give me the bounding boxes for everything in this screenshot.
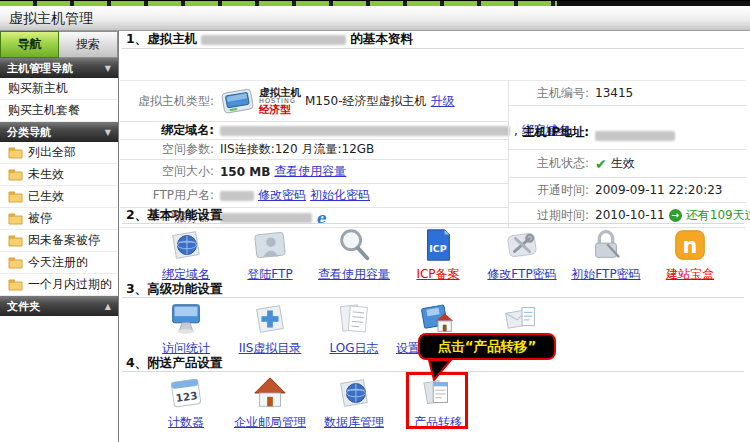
expire-time-label: 过期时间: bbox=[509, 207, 595, 224]
lock-icon bbox=[587, 226, 625, 264]
badge-line1: 虚拟主机 bbox=[259, 87, 301, 98]
tools-icon bbox=[503, 226, 541, 264]
sidebar: 导航 搜索 主机管理导航 ▼ 购买新主机 购买主机套餐 分类导航 ▼ 列出全部 … bbox=[0, 31, 119, 442]
tab-search[interactable]: 搜索 bbox=[59, 31, 118, 58]
feature-bind-domain[interactable]: 绑定域名 bbox=[144, 226, 228, 283]
feature-label[interactable]: 建站宝盒 bbox=[666, 266, 714, 283]
feature-change-ftp-password[interactable]: 修改FTP密码 bbox=[480, 226, 564, 283]
feature-database[interactable]: 数据库管理 bbox=[312, 374, 396, 431]
change-password-link[interactable]: 修改密码 bbox=[258, 187, 306, 204]
feature-label[interactable]: 查看使用容量 bbox=[318, 266, 390, 283]
host-id-value: 13415 bbox=[595, 86, 633, 100]
sidebar-item-active[interactable]: 已生效 bbox=[0, 186, 118, 208]
tab-navigation[interactable]: 导航 bbox=[0, 31, 59, 58]
section1-title: 1、虚拟主机 的基本资料 bbox=[126, 31, 413, 48]
sidebar-item-label: 列出全部 bbox=[28, 144, 76, 161]
feature-label[interactable]: 修改FTP密码 bbox=[487, 266, 556, 283]
sidebar-tabs: 导航 搜索 bbox=[0, 31, 118, 58]
main-content: 1、虚拟主机 的基本资料 虚拟主机类型: bbox=[120, 31, 750, 442]
expire-date: 2010-10-11 bbox=[595, 208, 665, 222]
row-ftp-user: FTP用户名: 修改密码 初始化密码 bbox=[120, 184, 508, 208]
upgrade-link[interactable]: 升级 bbox=[431, 93, 455, 110]
feature-enterprise-mail[interactable]: 企业邮局管理 bbox=[228, 374, 312, 431]
chevron-down-icon: ▼ bbox=[105, 64, 111, 73]
redacted-ftp-user bbox=[220, 191, 254, 201]
redacted-host-ip bbox=[595, 131, 675, 141]
sidebar-item-list-all[interactable]: 列出全部 bbox=[0, 142, 118, 164]
feature-counter[interactable]: 123 计数器 bbox=[144, 374, 228, 431]
feature-init-ftp-password[interactable]: 初始FTP密码 bbox=[564, 226, 648, 283]
init-password-link[interactable]: 初始化密码 bbox=[310, 187, 370, 204]
open-time-value: 2009-09-11 22:20:23 bbox=[595, 183, 722, 197]
hosting-monitor-icon bbox=[220, 86, 256, 116]
magnifier-icon bbox=[335, 226, 373, 264]
sidebar-item-buy-new-host[interactable]: 购买新主机 bbox=[0, 78, 118, 100]
svg-text:n: n bbox=[683, 234, 698, 258]
sidebar-item-buy-host-plan[interactable]: 购买主机套餐 bbox=[0, 100, 118, 122]
title-bar: 虚拟主机管理 bbox=[0, 6, 750, 31]
row-host-ip: 主机IP地址: bbox=[509, 106, 746, 150]
basic-feature-grid: 绑定域名 登陆FTP 查看使用容量 ICP ICP备案 bbox=[144, 226, 732, 283]
feature-sitebox[interactable]: n 建站宝盒 bbox=[648, 226, 732, 283]
group-title: 文件夹 bbox=[7, 299, 40, 314]
days-left-note: 还有109天过期 bbox=[686, 207, 750, 224]
user-card-icon bbox=[251, 226, 289, 264]
feature-label[interactable]: 登陆FTP bbox=[247, 266, 292, 283]
sidebar-item-suspended[interactable]: 被停 bbox=[0, 208, 118, 230]
callout-bubble: 点击“产品转移” bbox=[418, 333, 556, 360]
chevron-down-icon: ▼ bbox=[105, 128, 111, 137]
space-size-label: 空间大小: bbox=[120, 163, 220, 180]
redacted-domains bbox=[220, 126, 510, 136]
sidebar-item-label: 因未备案被停 bbox=[28, 232, 100, 249]
group-folders[interactable]: 文件夹 ▲ bbox=[0, 296, 118, 316]
feature-log[interactable]: LOG日志 bbox=[312, 300, 396, 357]
feature-label[interactable]: IIS虚拟目录 bbox=[239, 340, 302, 357]
folder-icon bbox=[8, 213, 23, 225]
feature-visit-stats[interactable]: 访问统计 bbox=[144, 300, 228, 357]
log-documents-icon bbox=[335, 300, 373, 338]
bind-domain-label: 绑定域名: bbox=[120, 122, 220, 139]
sidebar-item-suspended-no-icp[interactable]: 因未备案被停 bbox=[0, 230, 118, 252]
group-title: 主机管理导航 bbox=[7, 61, 73, 76]
row-space-params: 空间参数: IIS连接数:120 月流量:12GB bbox=[120, 140, 508, 160]
feature-label[interactable]: 企业邮局管理 bbox=[234, 414, 306, 431]
feature-login-ftp[interactable]: 登陆FTP bbox=[228, 226, 312, 283]
row-host-id: 主机编号: 13415 bbox=[509, 80, 746, 106]
host-info-right-table: 主机编号: 13415 主机IP地址: 主机状态: ✔ 生效 开通时间: 200… bbox=[508, 80, 746, 228]
feature-label[interactable]: 设置 bbox=[396, 340, 420, 357]
sidebar-item-registered-today[interactable]: 今天注册的 bbox=[0, 252, 118, 274]
sidebar-item-expiring-in-month[interactable]: 一个月内过期的 bbox=[0, 274, 118, 296]
folder-icon bbox=[8, 235, 23, 247]
hosting-type-badge: 虚拟主机 HOSTING 经济型 bbox=[220, 86, 301, 116]
host-status-value: 生效 bbox=[611, 155, 635, 172]
sidebar-item-inactive[interactable]: 未生效 bbox=[0, 164, 118, 186]
divider bbox=[122, 223, 744, 224]
view-usage-link[interactable]: 查看使用容量 bbox=[274, 163, 346, 180]
globe-folder-icon bbox=[167, 226, 205, 264]
open-time-label: 开通时间: bbox=[509, 182, 595, 199]
sidebar-item-label: 购买新主机 bbox=[8, 80, 68, 97]
feature-view-usage[interactable]: 查看使用容量 bbox=[312, 226, 396, 283]
feature-label[interactable]: 初始FTP密码 bbox=[571, 266, 640, 283]
virtual-host-manager-window: 虚拟主机管理 导航 搜索 主机管理导航 ▼ 购买新主机 购买主机套餐 分类导航 … bbox=[0, 0, 750, 442]
feature-label[interactable]: ICP备案 bbox=[416, 266, 459, 283]
host-ip-label: 主机IP地址: bbox=[509, 124, 595, 141]
sidebar-item-label: 已生效 bbox=[28, 188, 64, 205]
feature-icp-record[interactable]: ICP ICP备案 bbox=[396, 226, 480, 283]
folder-icon bbox=[8, 147, 23, 159]
space-params-label: 空间参数: bbox=[120, 141, 220, 158]
section2-title: 2、基本功能设置 bbox=[126, 207, 222, 224]
space-size-value: 150 MB bbox=[220, 165, 270, 179]
ftp-user-label: FTP用户名: bbox=[120, 187, 220, 204]
feature-iis-virtual-dir[interactable]: IIS虚拟目录 bbox=[228, 300, 312, 357]
check-icon: ✔ bbox=[595, 157, 607, 171]
group-host-management[interactable]: 主机管理导航 ▼ bbox=[0, 58, 118, 78]
feature-label[interactable]: LOG日志 bbox=[329, 340, 378, 357]
section4-title: 4、附送产品设置 bbox=[126, 355, 222, 372]
chevron-up-icon: ▲ bbox=[105, 302, 111, 311]
feature-label[interactable]: 计数器 bbox=[168, 414, 204, 431]
sidebar-item-label: 被停 bbox=[28, 210, 52, 227]
feature-label[interactable]: 数据库管理 bbox=[324, 414, 384, 431]
group-category-nav[interactable]: 分类导航 ▼ bbox=[0, 122, 118, 142]
svg-text:ICP: ICP bbox=[429, 243, 447, 254]
